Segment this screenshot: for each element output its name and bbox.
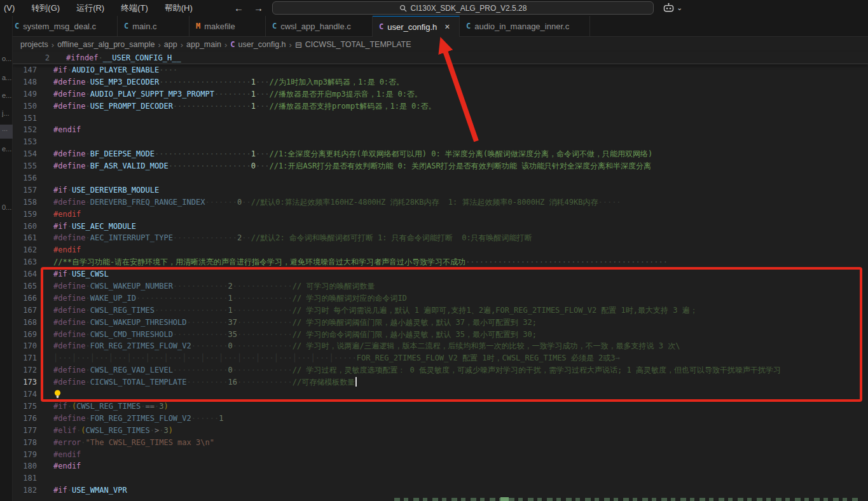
code-line[interactable]: 151 xyxy=(0,113,868,125)
code-text: #if·(CWSL_REG_TIMES·==·3) xyxy=(53,401,169,413)
menu-item[interactable]: (V) xyxy=(4,3,15,13)
tab-main.c[interactable]: Cmain.c xyxy=(118,16,189,37)
close-icon[interactable]: × xyxy=(444,22,450,32)
code-text: #if·USE_WMAN_VPR xyxy=(53,484,127,497)
code-line[interactable]: 147#if·AUDIO_PLAYER_ENABLE···· xyxy=(0,64,868,76)
sticky-scroll-line[interactable]: 2 #ifndef·__USER_CONFIG_H__ xyxy=(13,52,868,64)
tab-audio_in_manage_inner.c[interactable]: Caudio_in_manage_inner.c xyxy=(460,16,590,37)
code-line[interactable]: 175#if·(CWSL_REG_TIMES·==·3) xyxy=(0,401,868,413)
strip-item[interactable]: o... xyxy=(2,55,13,62)
menu-item[interactable]: 运行(R) xyxy=(76,3,104,14)
code-line[interactable]: 149#define·AUDIO_PLAY_SUPPT_MP3_PROMPT··… xyxy=(0,88,868,100)
breadcrumb-item[interactable]: projects xyxy=(20,40,48,49)
code-text: #define·USE_PROMPT_DECODER··············… xyxy=(53,100,436,113)
code-text: #if·USE_DEREVERB_MODULE xyxy=(53,184,159,196)
code-text: #define·USE_MP3_DECODER·················… xyxy=(53,76,404,88)
tab-user_config.h[interactable]: Cuser_config.h× xyxy=(373,16,460,37)
menu-bar: (V)转到(G)运行(R)终端(T)帮助(H) xyxy=(4,0,193,16)
code-line[interactable]: 148#define·USE_MP3_DECODER··············… xyxy=(0,76,868,88)
code-line[interactable]: 158#define·DEREVERB_FREQ_RANGE_INDEX····… xyxy=(0,196,868,209)
breadcrumb-item-symbol[interactable]: CICWSL_TOTAL_TEMPLATE xyxy=(305,40,411,49)
code-line[interactable]: 165#define·CWSL_WAKEUP_NUMBER···········… xyxy=(0,280,868,292)
copilot-control[interactable]: ⌄ xyxy=(663,1,682,15)
code-line[interactable]: 172#define·CWSL_REG_VAD_LEVEL···········… xyxy=(0,364,868,376)
menu-item[interactable]: 终端(T) xyxy=(121,3,148,14)
code-text: #define·CWSL_REG_TIMES················1·… xyxy=(53,305,698,317)
code-line[interactable]: 176#define·FOR_REG_2TIMES_FLOW_V2······1 xyxy=(0,413,868,425)
symbol-icon: ⊟ xyxy=(295,40,302,50)
code-line[interactable]: 157#if·USE_DEREVERB_MODULE xyxy=(0,184,868,196)
code-text: #define·BF_DEEPSE_MODE··················… xyxy=(53,148,652,160)
code-line[interactable]: 161#define·AEC_INTERRUPT_TYPE···········… xyxy=(0,232,868,244)
code-line[interactable]: 155#define·BF_ASR_VALID_MODE············… xyxy=(0,160,868,172)
tab-label: makefile xyxy=(204,22,235,31)
strip-item[interactable]: 0... xyxy=(2,203,13,211)
code-line[interactable]: 179#endif xyxy=(0,449,868,461)
code-line[interactable]: 156 xyxy=(0,172,868,184)
code-line[interactable]: 170#define·FOR_REG_2TIMES_FLOW_V2·······… xyxy=(0,340,868,352)
code-line[interactable]: 154#define·BF_DEEPSE_MODE···············… xyxy=(0,148,868,160)
title-bar: (V)转到(G)运行(R)终端(T)帮助(H) ← → CI130X_SDK_A… xyxy=(0,0,868,16)
line-number: 2 xyxy=(13,52,50,64)
search-icon xyxy=(399,4,407,12)
strip-item[interactable]: a... xyxy=(2,74,13,81)
tab-bar: Csystem_msg_deal.cCmain.cMmakefileCcwsl_… xyxy=(0,16,868,37)
code-lines: 147#if·AUDIO_PLAYER_ENABLE····148#define… xyxy=(0,64,868,497)
tab-makefile[interactable]: Mmakefile xyxy=(189,16,266,37)
tab-system_msg_deal.c[interactable]: Csystem_msg_deal.c xyxy=(8,16,118,37)
code-line[interactable]: 182#if·USE_WMAN_VPR xyxy=(0,484,868,497)
sticky-code: #ifndef·__USER_CONFIG_H__ xyxy=(66,52,181,64)
tab-label: system_msg_deal.c xyxy=(23,22,96,31)
code-line[interactable]: 164#if·USE_CWSL xyxy=(0,268,868,280)
copilot-icon xyxy=(663,3,675,13)
nav-arrows: ← → xyxy=(234,0,263,16)
code-line[interactable]: 169#define·CWSL_CMD_THRESHOLD···········… xyxy=(0,329,868,341)
code-text: #elif·(CWSL_REG_TIMES·>·3) xyxy=(53,425,173,437)
breadcrumb-item[interactable]: offline_asr_alg_pro_sample xyxy=(57,40,155,49)
command-center-search[interactable]: CI130X_SDK_ALG_PRO_V2.5.28 xyxy=(272,1,654,15)
breadcrumb-separator-icon: › xyxy=(52,40,54,50)
file-type-icon: C xyxy=(124,22,128,31)
menu-item[interactable]: 转到(G) xyxy=(31,3,60,14)
breadcrumb-item-file[interactable]: user_config.h xyxy=(238,40,286,49)
vscode-window: (V)转到(G)运行(R)终端(T)帮助(H) ← → CI130X_SDK_A… xyxy=(0,0,868,501)
breadcrumb-item[interactable]: app_main xyxy=(186,40,221,49)
code-line[interactable]: 167#define·CWSL_REG_TIMES···············… xyxy=(0,305,868,317)
code-line[interactable]: 160#if·USE_AEC_MODULE xyxy=(0,221,868,233)
code-text: #define·FOR_REG_2TIMES_FLOW_V2······1 xyxy=(53,413,223,425)
breadcrumb-separator-icon: › xyxy=(181,40,183,50)
breadcrumb-separator-icon: › xyxy=(158,40,160,50)
strip-item[interactable]: j... xyxy=(2,109,13,117)
file-type-icon: C xyxy=(379,22,383,31)
strip-item[interactable]: ... xyxy=(0,125,13,139)
file-type-icon: C xyxy=(466,22,471,31)
code-line[interactable]: 180#endif xyxy=(0,460,868,472)
strip-item[interactable]: e... xyxy=(2,92,13,99)
tab-cwsl_app_handle.c[interactable]: Ccwsl_app_handle.c xyxy=(266,16,373,37)
code-line[interactable]: 177#elif·(CWSL_REG_TIMES·>·3) xyxy=(0,425,868,437)
strip-item[interactable]: e... xyxy=(2,145,13,153)
back-icon[interactable]: ← xyxy=(234,3,244,13)
code-line[interactable]: 163//**自学习功能-请在安静环境下，用清晰洪亮的声音进行指令学习，避免环境… xyxy=(0,256,868,268)
code-text: #define·DEREVERB_FREQ_RANGE_INDEX·······… xyxy=(53,196,621,209)
code-line[interactable]: 153 xyxy=(0,136,868,148)
forward-icon[interactable]: → xyxy=(254,3,263,13)
code-line[interactable]: 181 xyxy=(0,472,868,484)
tab-label: audio_in_manage_inner.c xyxy=(474,22,569,31)
code-line[interactable]: 178#error·"The CWSL_REG_TIMES max 3\n" xyxy=(0,437,868,449)
code-line[interactable]: 173#define·CICWSL_TOTAL_TEMPLATE········… xyxy=(0,376,868,388)
code-line[interactable]: 166#define·WAKE_UP_ID···················… xyxy=(0,292,868,305)
code-line[interactable]: 159#endif xyxy=(0,209,868,221)
code-text: #define·BF_ASR_VALID_MODE···············… xyxy=(53,160,651,172)
code-line[interactable]: 171│···│···│···│···│···│···│···│···│···│… xyxy=(0,352,868,364)
menu-item[interactable]: 帮助(H) xyxy=(165,3,193,14)
code-line[interactable]: 152#endif xyxy=(0,124,868,136)
code-text: #define·AUDIO_PLAY_SUPPT_MP3_PROMPT·····… xyxy=(53,88,422,100)
code-line[interactable]: 150#define·USE_PROMPT_DECODER···········… xyxy=(0,100,868,113)
code-line[interactable]: 168#define·CWSL_WAKEUP_THRESHOLD········… xyxy=(0,317,868,329)
code-line[interactable]: 174 xyxy=(0,388,868,401)
breadcrumb-item[interactable]: app xyxy=(164,40,177,49)
code-line[interactable]: 162#endif xyxy=(0,244,868,256)
code-text: #define·CWSL_WAKEUP_THRESHOLD·········37… xyxy=(53,317,537,329)
code-text: #endif xyxy=(53,209,81,221)
